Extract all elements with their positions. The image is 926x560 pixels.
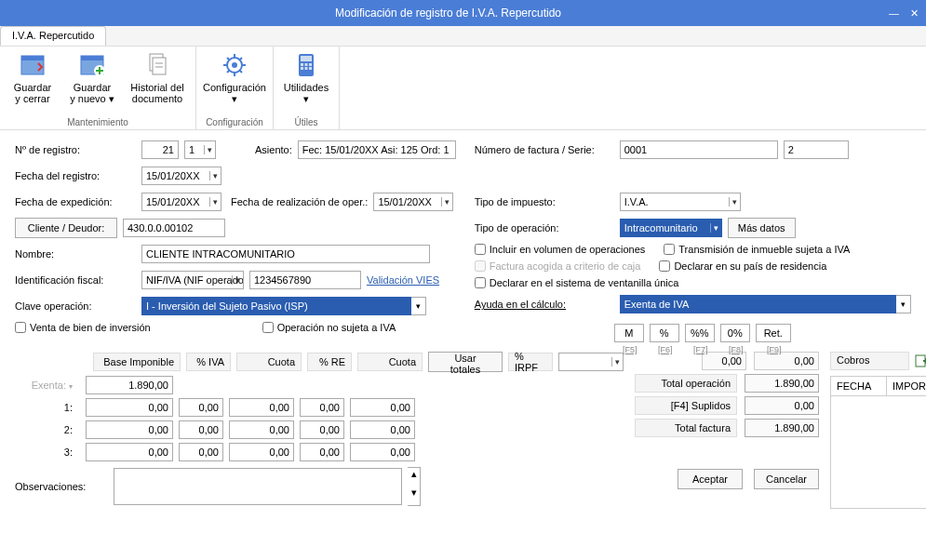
close-icon[interactable]: ✕ xyxy=(910,7,919,20)
masdatos-button[interactable]: Más datos xyxy=(728,218,796,238)
row-label: 3: xyxy=(15,447,80,458)
nombre-label: Nombre: xyxy=(15,248,136,260)
re-field[interactable] xyxy=(300,398,344,417)
ayudacalc-select[interactable]: Exenta de IVA xyxy=(620,295,896,313)
utilities-button[interactable]: Utilidades▾ xyxy=(279,48,333,115)
declarar-pais-checkbox[interactable]: Declarar en su país de residencia xyxy=(659,260,826,272)
minimize-icon[interactable]: — xyxy=(889,7,899,20)
calc-pct-button[interactable]: %[F6] xyxy=(650,324,679,342)
irpf-select[interactable] xyxy=(558,353,624,371)
svg-rect-15 xyxy=(305,67,308,70)
obs-label: Observaciones: xyxy=(15,481,108,492)
row-label: 2: xyxy=(15,424,80,435)
incluir-volumen-checkbox[interactable]: Incluir en volumen de operaciones xyxy=(475,244,646,255)
idfiscal-label: Identificación fiscal: xyxy=(15,274,136,286)
totaloper-label: Total operación xyxy=(635,374,737,393)
re-field[interactable] xyxy=(300,420,344,439)
nregistro-serie-select[interactable]: 1 xyxy=(184,140,216,159)
tab-main[interactable]: I.V.A. Repercutido xyxy=(0,26,106,46)
idfiscal-tipo-select[interactable]: NIF/IVA (NIF operador) xyxy=(141,271,244,289)
irpf-amt-field xyxy=(754,352,819,370)
numfactura-label: Número de factura / Serie: xyxy=(475,144,614,155)
ventabien-checkbox[interactable]: Venta de bien de inversión xyxy=(15,322,151,333)
cuota-field[interactable] xyxy=(229,443,294,461)
calc-0pct-button[interactable]: 0%[F8] xyxy=(720,324,750,342)
chevron-down-icon[interactable]: ▾ xyxy=(411,297,426,315)
opnosujeta-checkbox[interactable]: Operación no sujeta a IVA xyxy=(262,322,396,333)
cuotare-field[interactable] xyxy=(350,398,415,417)
svg-rect-6 xyxy=(153,58,166,74)
asiento-label: Asiento: xyxy=(255,144,292,155)
svg-rect-13 xyxy=(309,63,312,66)
usar-totales-button[interactable]: Usar totales xyxy=(428,352,503,372)
nregistro-label: Nº de registro: xyxy=(15,144,136,155)
cancelar-button[interactable]: Cancelar xyxy=(754,469,819,489)
tab-row: I.V.A. Repercutido xyxy=(0,26,926,47)
aceptar-button[interactable]: Aceptar xyxy=(678,469,743,489)
base-field[interactable] xyxy=(86,443,173,461)
chevron-down-icon[interactable]: ▾ xyxy=(896,295,911,313)
totaloper-field xyxy=(745,374,819,393)
ayudacalc-label: Ayuda en el cálculo: xyxy=(475,299,614,310)
save-close-button[interactable]: Guardary cerrar xyxy=(6,48,60,115)
calc-ret-button[interactable]: Ret.[F9] xyxy=(756,324,791,342)
irpf-pct-field xyxy=(702,352,746,370)
scroll-down-icon[interactable]: ▾ xyxy=(408,487,420,505)
tipooperacion-select[interactable]: Intracomunitario xyxy=(620,219,722,237)
svg-rect-10 xyxy=(301,56,312,61)
scroll-up-icon[interactable]: ▴ xyxy=(408,468,420,487)
iva-field[interactable] xyxy=(179,420,223,439)
nregistro-field[interactable] xyxy=(141,140,179,159)
cuotare-field[interactable] xyxy=(350,443,415,461)
col-cuotare: Cuota xyxy=(357,353,423,371)
cuotare-field[interactable] xyxy=(350,420,415,439)
cliente-field[interactable] xyxy=(123,219,225,237)
add-icon[interactable] xyxy=(913,353,926,369)
row-label: Exenta: ▾ xyxy=(15,380,80,391)
calc-m-button[interactable]: M[F5] xyxy=(614,324,644,342)
claveop-select[interactable]: I - Inversión del Sujeto Pasivo (ISP) xyxy=(141,297,411,315)
cliente-button[interactable]: Cliente / Deudor: xyxy=(15,218,117,238)
col-re: % RE xyxy=(307,353,352,371)
iva-field[interactable] xyxy=(179,443,223,461)
re-field[interactable] xyxy=(300,443,344,461)
ventanilla-checkbox[interactable]: Declarar en el sistema de ventanilla úni… xyxy=(475,277,679,288)
save-new-button[interactable]: Guardary nuevo ▾ xyxy=(65,48,119,115)
tipoimpuesto-select[interactable]: I.V.A. xyxy=(620,193,741,211)
idfiscal-num-field[interactable] xyxy=(249,271,361,289)
tipoimpuesto-label: Tipo de impuesto: xyxy=(475,196,614,207)
ribbon: Guardary cerrar Guardary nuevo ▾ Histori… xyxy=(0,47,926,130)
numfactura-field[interactable] xyxy=(620,140,778,159)
vies-link[interactable]: Validación VIES xyxy=(367,274,439,286)
window-title: Modificación de registro de I.V.A. Reper… xyxy=(7,7,889,20)
config-button[interactable]: Configuración▾ xyxy=(202,48,267,115)
titlebar: Modificación de registro de I.V.A. Reper… xyxy=(0,0,926,26)
base-field[interactable] xyxy=(86,376,173,394)
cuota-field[interactable] xyxy=(229,398,294,417)
asiento-field xyxy=(298,140,456,159)
fecharegistro-label: Fecha del registro: xyxy=(15,170,136,181)
nombre-field[interactable] xyxy=(141,245,430,263)
fechaexpedicion-select[interactable]: 15/01/20XX xyxy=(141,193,221,211)
history-button[interactable]: Historial deldocumento xyxy=(125,48,190,115)
fechaoper-select[interactable]: 15/01/20XX xyxy=(373,193,453,211)
iva-field[interactable] xyxy=(179,398,223,417)
svg-rect-16 xyxy=(309,67,312,70)
base-field[interactable] xyxy=(86,398,173,417)
suplidos-label: [F4] Suplidos xyxy=(635,396,737,415)
fecharegistro-select[interactable]: 15/01/20XX xyxy=(141,167,221,185)
serie-field[interactable] xyxy=(784,140,849,159)
totalfactura-label: Total factura xyxy=(635,419,737,437)
fechaexpedicion-label: Fecha de expedición: xyxy=(15,196,136,207)
observaciones-field[interactable] xyxy=(114,468,402,505)
col-cuota: Cuota xyxy=(236,353,302,371)
fechaoper-label: Fecha de realización de oper.: xyxy=(231,196,368,207)
claveop-label: Clave operación: xyxy=(15,300,136,312)
col-fecha: FECHA xyxy=(831,377,887,395)
suplidos-field[interactable] xyxy=(745,396,819,415)
calc-pctpct-button[interactable]: %%[F7] xyxy=(685,324,715,342)
cuota-field[interactable] xyxy=(229,420,294,439)
col-irpf: % IRPF xyxy=(508,353,553,371)
base-field[interactable] xyxy=(86,420,173,439)
transmision-checkbox[interactable]: Transmisión de inmueble sujeta a IVA xyxy=(664,244,850,255)
